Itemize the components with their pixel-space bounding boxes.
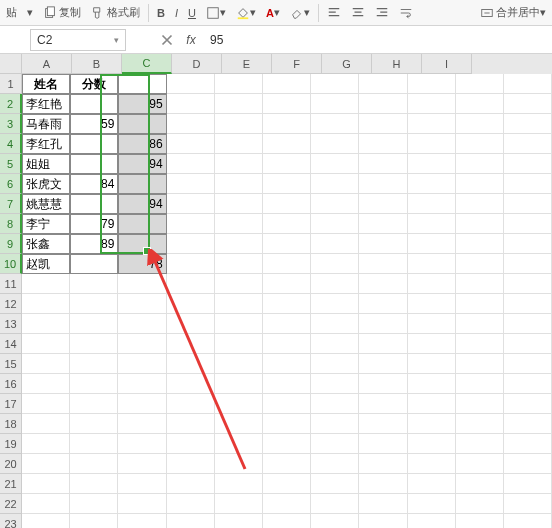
cell[interactable]: 59	[70, 114, 118, 134]
cell[interactable]	[504, 234, 552, 254]
cell[interactable]	[215, 74, 263, 94]
cell[interactable]	[408, 414, 456, 434]
cell[interactable]: 89	[70, 234, 118, 254]
cell[interactable]	[359, 514, 407, 528]
cell[interactable]	[70, 474, 118, 494]
row-header[interactable]: 14	[0, 334, 22, 354]
cell[interactable]	[359, 154, 407, 174]
cell[interactable]	[118, 74, 166, 94]
cell[interactable]	[167, 394, 215, 414]
cell[interactable]	[22, 474, 70, 494]
cell[interactable]: 姓名	[22, 74, 70, 94]
cell[interactable]	[408, 354, 456, 374]
cell[interactable]	[311, 314, 359, 334]
cell[interactable]	[215, 354, 263, 374]
cell[interactable]	[22, 314, 70, 334]
cell[interactable]	[263, 494, 311, 514]
cell[interactable]	[167, 354, 215, 374]
cell[interactable]	[215, 194, 263, 214]
cell[interactable]	[311, 474, 359, 494]
cell[interactable]	[456, 214, 504, 234]
cancel-formula-button[interactable]	[158, 31, 176, 49]
cell[interactable]	[215, 94, 263, 114]
cell[interactable]	[70, 374, 118, 394]
cell[interactable]: 94	[118, 154, 166, 174]
clear-button[interactable]: ▾	[286, 2, 314, 24]
cell[interactable]	[167, 114, 215, 134]
cell[interactable]	[408, 154, 456, 174]
row-header[interactable]: 7	[0, 194, 22, 214]
cell[interactable]	[311, 174, 359, 194]
cell[interactable]	[263, 514, 311, 528]
cell[interactable]	[504, 294, 552, 314]
cell[interactable]	[118, 474, 166, 494]
cell[interactable]	[70, 94, 118, 114]
cell[interactable]: 分数	[70, 74, 118, 94]
cell[interactable]	[456, 334, 504, 354]
cell[interactable]	[504, 314, 552, 334]
cell[interactable]	[263, 214, 311, 234]
cell[interactable]	[504, 334, 552, 354]
align-left-button[interactable]	[323, 2, 345, 24]
cell[interactable]	[456, 474, 504, 494]
cell[interactable]	[408, 494, 456, 514]
cell[interactable]	[167, 234, 215, 254]
cell[interactable]	[311, 334, 359, 354]
col-header-H[interactable]: H	[372, 54, 422, 74]
cell[interactable]	[408, 374, 456, 394]
cell[interactable]	[22, 414, 70, 434]
cell[interactable]	[504, 194, 552, 214]
cell[interactable]	[167, 374, 215, 394]
cell[interactable]	[167, 214, 215, 234]
cell[interactable]	[22, 454, 70, 474]
cell[interactable]	[70, 274, 118, 294]
cell[interactable]	[215, 474, 263, 494]
cell[interactable]	[311, 234, 359, 254]
cell[interactable]	[311, 294, 359, 314]
cell[interactable]	[167, 274, 215, 294]
cell[interactable]: 姐姐	[22, 154, 70, 174]
cell[interactable]	[504, 374, 552, 394]
cell[interactable]	[263, 434, 311, 454]
cell[interactable]	[167, 474, 215, 494]
cell[interactable]	[359, 274, 407, 294]
cell[interactable]	[359, 134, 407, 154]
cell[interactable]	[215, 294, 263, 314]
cell[interactable]	[359, 194, 407, 214]
cell[interactable]	[456, 454, 504, 474]
cell[interactable]	[118, 274, 166, 294]
cell[interactable]	[359, 314, 407, 334]
cell[interactable]	[456, 114, 504, 134]
cell[interactable]	[359, 174, 407, 194]
cell[interactable]	[311, 454, 359, 474]
cell[interactable]	[263, 194, 311, 214]
cell[interactable]	[263, 134, 311, 154]
cell[interactable]	[215, 314, 263, 334]
cell[interactable]	[263, 314, 311, 334]
cell[interactable]	[359, 234, 407, 254]
cell[interactable]	[263, 334, 311, 354]
row-header[interactable]: 1	[0, 74, 22, 94]
cell[interactable]	[263, 294, 311, 314]
cell[interactable]	[456, 414, 504, 434]
cell[interactable]	[167, 94, 215, 114]
copy-button[interactable]: 复制	[39, 2, 85, 24]
cell[interactable]	[504, 94, 552, 114]
cell[interactable]	[118, 234, 166, 254]
cell[interactable]	[167, 154, 215, 174]
cell[interactable]	[215, 134, 263, 154]
col-header-G[interactable]: G	[322, 54, 372, 74]
name-box[interactable]: C2 ▾	[30, 29, 126, 51]
row-header[interactable]: 11	[0, 274, 22, 294]
cell[interactable]	[359, 294, 407, 314]
cell[interactable]	[359, 454, 407, 474]
row-header[interactable]: 16	[0, 374, 22, 394]
align-right-button[interactable]	[371, 2, 393, 24]
cell[interactable]: 马春雨	[22, 114, 70, 134]
row-header[interactable]: 12	[0, 294, 22, 314]
row-header[interactable]: 6	[0, 174, 22, 194]
cell[interactable]	[456, 234, 504, 254]
cell[interactable]	[22, 514, 70, 528]
cell[interactable]	[504, 494, 552, 514]
cell[interactable]: 79	[70, 214, 118, 234]
